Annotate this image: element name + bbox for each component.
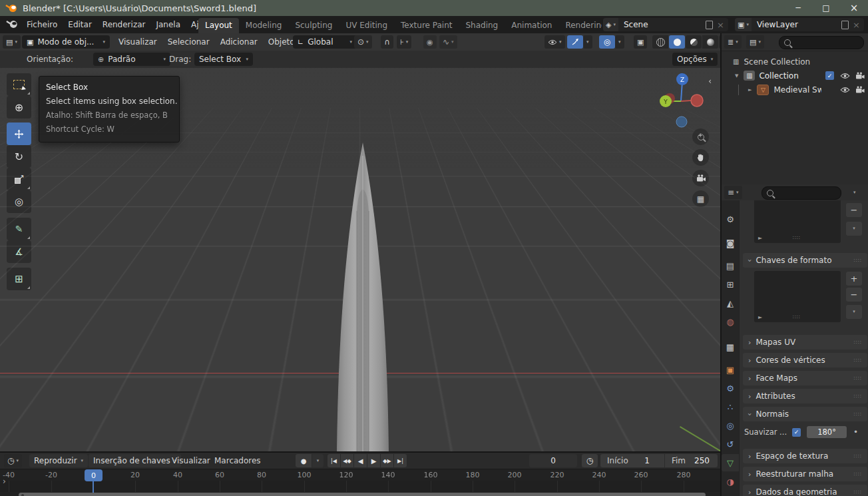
properties-search[interactable] [761, 186, 841, 200]
playback-dropdown[interactable]: Reproduzir ▾ [29, 454, 88, 467]
auto-smooth-checkbox[interactable]: ✓ [792, 428, 801, 437]
auto-smooth-angle-field[interactable]: 180° [807, 426, 847, 438]
tab-modifiers[interactable]: ⚙ [722, 379, 739, 397]
panel-grip[interactable]: ∷∷ [854, 411, 862, 417]
vertex-groups-list[interactable]: ► ∷∷ [754, 200, 841, 243]
scene-selector[interactable]: ◈▾ Scene × [603, 18, 728, 31]
tool-add-cube[interactable]: ⊞ [7, 268, 31, 290]
outliner-row-scene-collection[interactable]: ▥ Scene Collection [722, 55, 868, 69]
orientation-select[interactable]: ⊕ Padrão ▾ [93, 53, 170, 66]
properties-editor-button[interactable]: ≡ ▾ [724, 186, 742, 199]
expand-icon[interactable]: ► [748, 87, 752, 93]
gizmos-dropdown[interactable]: ▾ [583, 35, 592, 49]
outliner-row-collection[interactable]: ▼ ▥ Collection ✓ [722, 69, 868, 83]
panel-uv-maps[interactable]: › Mapas UV ∷∷ [743, 335, 867, 350]
pan-button[interactable] [692, 149, 709, 166]
selectability-checkbox[interactable]: ✓ [825, 71, 834, 80]
tool-annotate[interactable]: ✎ [7, 218, 31, 240]
use-preview-range-button[interactable]: ◷ [582, 454, 598, 467]
outliner-display-mode-button[interactable]: ▤ ▾ [746, 35, 764, 49]
shape-key-remove-button[interactable]: − [846, 288, 862, 302]
snap-toggle[interactable]: ∩ [381, 35, 393, 49]
close-button[interactable]: × [840, 0, 868, 16]
jump-to-start-button[interactable]: |◀ [327, 454, 340, 467]
tool-select-box[interactable]: ▶ [7, 73, 31, 96]
shading-wireframe-button[interactable] [652, 35, 668, 49]
minimize-button[interactable]: ─ [784, 0, 812, 16]
jump-to-end-button[interactable]: ▶| [394, 454, 407, 467]
panel-face-maps[interactable]: › Face Maps ∷∷ [743, 371, 867, 385]
blender-app-icon[interactable] [6, 20, 18, 29]
mode-dropdown[interactable]: ▣ Modo de obj... ▾ [22, 35, 110, 49]
tab-object[interactable]: ▣ [722, 361, 739, 378]
eye-icon[interactable] [840, 73, 850, 79]
tab-output[interactable]: ▤ [722, 257, 739, 274]
outliner-row-medieval-sword[interactable]: ► ▽ Medieval Swor [722, 83, 868, 97]
frame-end-field[interactable]: Fim 250 [665, 456, 718, 465]
options-dropdown[interactable]: Opções ▾ [672, 53, 718, 66]
tab-animation[interactable]: Animation [505, 18, 558, 33]
menu-selecionar[interactable]: Selecionar [162, 35, 215, 49]
outliner-search[interactable] [779, 36, 864, 49]
panel-shape-keys[interactable]: › Chaves de formato ∷∷ [743, 253, 867, 268]
tab-world[interactable]: ◍ [722, 313, 739, 330]
panel-texture-space[interactable]: › Espaço de textura ∷∷ [743, 449, 867, 463]
animate-dot-icon[interactable]: • [853, 427, 858, 437]
previous-keyframe-button[interactable]: ◀◆ [341, 454, 353, 467]
tool-transform[interactable]: ◎ [7, 190, 31, 213]
panel-normals[interactable]: › Normais ∷∷ [743, 407, 867, 421]
shape-key-add-button[interactable]: + [846, 272, 862, 286]
menu-editar[interactable]: Editar [63, 18, 97, 31]
list-filter-expand-icon[interactable]: ► [758, 314, 762, 320]
panel-grip[interactable]: ∷∷ [854, 453, 862, 459]
overlays-dropdown[interactable]: ▾ [615, 35, 624, 49]
panel-grip[interactable]: ∷∷ [854, 471, 862, 477]
auto-keying-dropdown[interactable]: ▾ [312, 454, 324, 467]
panel-vertex-colors[interactable]: › Cores de vértices ∷∷ [743, 353, 867, 368]
proportional-edit-toggle[interactable]: ◉ [423, 35, 437, 49]
viewport-canvas[interactable]: ▶ ⊕ ↻ ↗ ◎ ✎ ∡ ⊞ Select Box Select items … [0, 68, 720, 451]
tab-constraints[interactable]: ↺ [722, 435, 739, 453]
horizontal-scrollbar[interactable] [19, 493, 706, 496]
panel-grip[interactable]: ∷∷ [854, 340, 862, 346]
menu-janela[interactable]: Janela [150, 18, 186, 31]
pivot-point-button[interactable]: ⊙ ▾ [354, 35, 372, 49]
region-toggle-icon[interactable]: › [3, 477, 6, 486]
sidebar-collapse-icon[interactable]: ‹ [708, 76, 712, 86]
tab-object-data[interactable]: ▽ [722, 454, 739, 471]
menu-renderizar[interactable]: Renderizar [97, 18, 151, 31]
camera-visibility-icon[interactable] [855, 86, 865, 93]
maximize-button[interactable]: □ [812, 0, 840, 16]
tab-physics[interactable]: ◎ [722, 417, 739, 434]
panel-geometry-data[interactable]: › Dados da geometria ∷∷ [743, 485, 867, 496]
resize-grip[interactable]: ∷∷ [793, 314, 801, 320]
tab-scene[interactable]: ◭ [722, 294, 739, 312]
play-button[interactable]: ▶ [367, 454, 380, 467]
list-specials-button[interactable]: ▾ [846, 222, 862, 236]
menu-view[interactable]: Visualizar [166, 454, 216, 467]
tab-tool[interactable]: ⚙ [722, 210, 739, 228]
menu-markers[interactable]: Marcadores [209, 454, 266, 467]
tool-measure[interactable]: ∡ [7, 240, 31, 263]
panel-grip[interactable]: ∷∷ [854, 358, 862, 364]
snap-with-button[interactable]: ⊦ ▾ [397, 35, 411, 49]
visibility-dropdown[interactable]: ▾ [544, 35, 565, 49]
tab-texture[interactable]: ▩ [722, 491, 739, 496]
xray-toggle[interactable]: ▣ [634, 35, 647, 49]
orthographic-toggle-button[interactable]: ▦ [692, 190, 709, 207]
panel-grip[interactable]: ∷∷ [854, 375, 862, 381]
panel-grip[interactable]: ∷∷ [854, 258, 862, 264]
timeline-editor-button[interactable]: ◷ ▾ [4, 454, 22, 467]
proportional-falloff-button[interactable]: ∿ ▾ [439, 35, 457, 49]
tab-render[interactable]: ◙ [722, 234, 739, 252]
shape-keys-list[interactable]: ► ∷∷ [754, 271, 841, 322]
auto-keying-record-button[interactable]: ● [296, 454, 312, 467]
tab-shading[interactable]: Shading [459, 18, 505, 33]
tab-particles[interactable]: ∴ [722, 398, 739, 415]
current-frame-field[interactable]: 0 [529, 454, 577, 467]
tab-layout[interactable]: Layout [198, 18, 239, 33]
remove-icon[interactable]: × [853, 20, 860, 30]
expand-icon[interactable]: ▼ [735, 73, 738, 79]
editor-type-button[interactable]: ▤ ▾ [3, 35, 21, 49]
copy-icon[interactable] [706, 21, 713, 29]
